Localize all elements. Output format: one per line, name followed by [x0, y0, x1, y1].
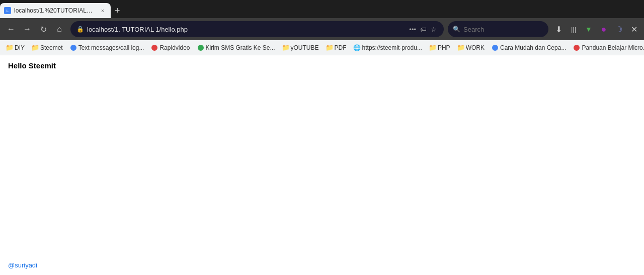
bookmark-star-button[interactable]: ☆ [430, 25, 438, 34]
bookmark-label: Rapidvideo [159, 44, 190, 51]
colored-favicon-icon [492, 44, 499, 51]
bookmark-steemet[interactable]: 📁 Steemet [29, 43, 66, 52]
search-input[interactable] [463, 26, 534, 33]
folder-icon: 📁 [326, 44, 333, 51]
back-button[interactable]: ← [4, 22, 18, 36]
tab-close-button[interactable]: × [99, 7, 107, 15]
bookmark-cara-mudah[interactable]: Cara Mudah dan Cepa... [489, 43, 569, 52]
tab-bar: L localhost/1.%20TUTORIAL%201/he × + [0, 0, 644, 18]
bookmark-work[interactable]: 📁 WORK [454, 43, 488, 52]
search-icon: 🔍 [453, 26, 460, 33]
folder-icon: 📁 [429, 44, 436, 51]
bookmark-diy[interactable]: 📁 DIY [3, 43, 28, 52]
bookmark-kirim-sms[interactable]: Kirim SMS Gratis Ke Se... [194, 43, 278, 52]
new-tab-button[interactable]: + [111, 3, 124, 18]
nav-bar: ← → ↻ ⌂ 🔒 ••• 🏷 ☆ 🔍 ⬇ ||| ▼ ● ☽ ✕ [0, 18, 644, 40]
colored-favicon-icon [151, 44, 158, 51]
library-icon[interactable]: ||| [568, 23, 580, 35]
browser-chrome: L localhost/1.%20TUTORIAL%201/he × + ← →… [0, 0, 644, 55]
bookmark-steemit-produ[interactable]: 🌐 https://steemit-produ... [351, 43, 425, 52]
folder-icon: 📁 [457, 44, 464, 51]
search-bar[interactable]: 🔍 [448, 21, 548, 37]
pocket-button[interactable]: 🏷 [419, 25, 428, 34]
page-footer: @suriyadi [8, 261, 37, 269]
globe-icon: 🌐 [354, 44, 361, 51]
bookmark-pdf[interactable]: 📁 PDF [323, 43, 350, 52]
page-content: Hello Steemit @suriyadi [0, 55, 644, 275]
colored-favicon-icon [197, 44, 204, 51]
folder-icon: 📁 [32, 44, 39, 51]
address-bar[interactable]: 🔒 ••• 🏷 ☆ [70, 21, 444, 37]
close-browser-icon[interactable]: ✕ [628, 23, 640, 35]
bookmark-php[interactable]: 📁 PHP [426, 43, 453, 52]
address-actions: ••• 🏷 ☆ [408, 25, 438, 34]
moon-icon[interactable]: ☽ [613, 23, 625, 35]
page-heading: Hello Steemit [8, 61, 636, 70]
extension-icon[interactable]: ▼ [583, 23, 595, 35]
bookmark-label: Panduan Belajar Micro... [582, 44, 644, 51]
profile-circle-icon[interactable]: ● [598, 23, 610, 35]
bookmarks-bar: 📁 DIY 📁 Steemet Text messages/call log..… [0, 40, 644, 55]
bookmark-rapidvideo[interactable]: Rapidvideo [148, 43, 193, 52]
bookmark-panduan-belajar[interactable]: Panduan Belajar Micro... [570, 43, 644, 52]
lock-icon: 🔒 [76, 26, 84, 33]
bookmark-label: DIY [15, 44, 25, 51]
bookmark-label: yOUTUBE [291, 44, 319, 51]
colored-favicon-icon [573, 44, 580, 51]
bookmark-label: Text messages/call log... [78, 44, 144, 51]
more-options-button[interactable]: ••• [408, 25, 417, 34]
bookmark-label: PDF [335, 44, 347, 51]
toolbar-icons: ⬇ ||| ▼ ● ☽ ✕ [552, 23, 640, 35]
bookmark-label: https://steemit-produ... [362, 44, 422, 51]
folder-icon: 📁 [6, 44, 13, 51]
bookmark-text-messages[interactable]: Text messages/call log... [67, 43, 147, 52]
address-input[interactable] [87, 26, 405, 33]
reload-button[interactable]: ↻ [36, 22, 50, 36]
colored-favicon-icon [70, 44, 77, 51]
download-icon[interactable]: ⬇ [552, 23, 565, 35]
bookmark-label: WORK [466, 44, 485, 51]
home-button[interactable]: ⌂ [52, 22, 66, 36]
active-tab[interactable]: L localhost/1.%20TUTORIAL%201/he × [0, 3, 111, 18]
folder-icon: 📁 [282, 44, 289, 51]
forward-button[interactable]: → [20, 22, 34, 36]
bookmark-youtube[interactable]: 📁 yOUTUBE [279, 43, 322, 52]
tab-title: localhost/1.%20TUTORIAL%201/he [14, 7, 96, 14]
bookmark-label: Cara Mudah dan Cepa... [500, 44, 566, 51]
bookmark-label: Kirim SMS Gratis Ke Se... [206, 44, 275, 51]
bookmark-label: PHP [438, 44, 450, 51]
bookmark-label: Steemet [40, 44, 63, 51]
tab-favicon: L [4, 7, 11, 14]
